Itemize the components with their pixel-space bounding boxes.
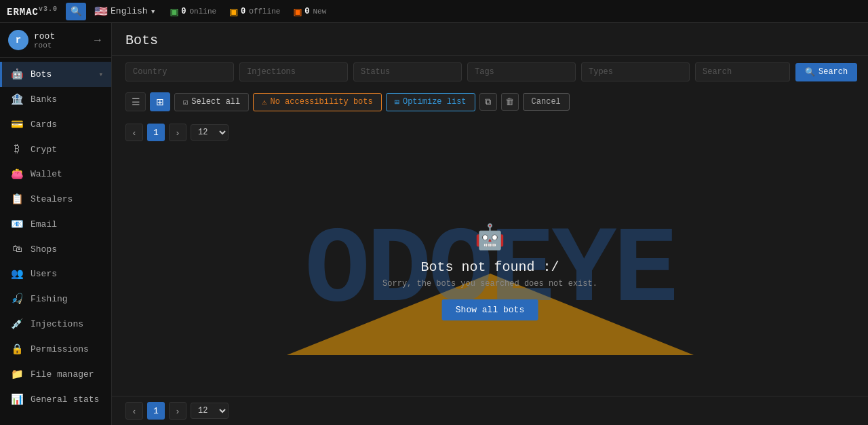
permissions-icon: 🔒 bbox=[10, 343, 24, 356]
sidebar-item-label: Stealers bbox=[31, 194, 103, 204]
new-count: 0 bbox=[304, 7, 309, 16]
sidebar-item-crypt[interactable]: ₿ Crypt bbox=[0, 137, 111, 162]
sidebar-item-stealers[interactable]: 📋 Stealers bbox=[0, 187, 111, 212]
next-page-button-bottom[interactable]: › bbox=[169, 402, 186, 420]
prev-page-button[interactable]: ‹ bbox=[125, 124, 143, 141]
injections-filter[interactable] bbox=[239, 62, 348, 81]
empty-subtitle: Sorry, the bots you searched does not ex… bbox=[382, 279, 597, 289]
banks-icon: 🏦 bbox=[10, 93, 24, 106]
sidebar-item-injections[interactable]: 💉 Injections bbox=[0, 312, 111, 337]
file-manager-icon: 📁 bbox=[10, 368, 24, 381]
general-stats-icon: 📊 bbox=[10, 393, 24, 406]
online-stat: ▣ 0 Online bbox=[170, 4, 216, 19]
chevron-icon: ▾ bbox=[98, 70, 103, 79]
shops-icon: 🛍 bbox=[10, 243, 24, 255]
language-selector[interactable]: 🇺🇸 English ▾ bbox=[94, 5, 155, 18]
current-page-bottom: 1 bbox=[147, 402, 165, 420]
sidebar-item-wallet[interactable]: 👛 Wallet bbox=[0, 162, 111, 187]
offline-label: Offline bbox=[249, 7, 280, 16]
sidebar-item-label: Wallet bbox=[31, 169, 103, 179]
topbar-search-button[interactable]: 🔍 bbox=[66, 3, 86, 20]
select-all-button[interactable]: ☑ Select all bbox=[174, 93, 249, 111]
search-button[interactable]: 🔍 Search bbox=[795, 63, 857, 81]
page-size-select[interactable]: 12 25 50 100 bbox=[191, 124, 229, 141]
sidebar-item-label: Crypt bbox=[31, 145, 103, 155]
empty-title: Bots not found :/ bbox=[382, 259, 597, 275]
country-filter[interactable] bbox=[125, 62, 234, 81]
sidebar: r root root → 🤖 Bots ▾ 🏦 Banks 💳 Cards bbox=[0, 23, 112, 425]
current-page: 1 bbox=[147, 124, 165, 141]
user-info: root root bbox=[34, 31, 87, 50]
sidebar-item-label: Users bbox=[31, 269, 103, 279]
sidebar-item-banks[interactable]: 🏦 Banks bbox=[0, 87, 111, 112]
empty-state: 🤖 Bots not found :/ Sorry, the bots you … bbox=[382, 223, 597, 320]
new-label: New bbox=[313, 7, 326, 16]
cancel-button[interactable]: Cancel bbox=[523, 93, 570, 111]
status-filter[interactable] bbox=[353, 62, 462, 81]
sidebar-item-label: Fishing bbox=[31, 294, 103, 304]
delete-button[interactable]: 🗑 bbox=[501, 93, 519, 111]
bots-icon: 🤖 bbox=[10, 68, 24, 81]
show-all-bots-button[interactable]: Show all bots bbox=[442, 299, 538, 320]
main-layout: r root root → 🤖 Bots ▾ 🏦 Banks 💳 Cards bbox=[0, 23, 868, 425]
sidebar-item-label: General stats bbox=[31, 394, 103, 405]
checkbox-icon: ☑ bbox=[183, 97, 188, 107]
user-name: root bbox=[34, 31, 87, 41]
search-icon: 🔍 bbox=[805, 67, 815, 77]
online-count: 0 bbox=[181, 7, 186, 16]
sidebar-item-fishing[interactable]: 🎣 Fishing bbox=[0, 287, 111, 312]
online-label: Online bbox=[190, 7, 217, 16]
sidebar-item-file-manager[interactable]: 📁 File manager bbox=[0, 362, 111, 387]
email-icon: 📧 bbox=[10, 218, 24, 231]
page-size-select-bottom[interactable]: 12 25 50 100 bbox=[191, 403, 229, 419]
content-area: ODOEYE 🤖 Bots not found :/ Sorry, the bo… bbox=[112, 147, 868, 396]
stealers-icon: 📋 bbox=[10, 193, 24, 206]
sidebar-item-label: Shops bbox=[31, 244, 103, 255]
new-stat: ▣ 0 New bbox=[294, 4, 326, 19]
no-accessibility-button[interactable]: ⚠ No accessibility bots bbox=[253, 93, 381, 111]
sidebar-item-users[interactable]: 👥 Users bbox=[0, 261, 111, 287]
warning-icon: ⚠ bbox=[262, 97, 267, 107]
offline-stat: ▣ 0 Offline bbox=[230, 4, 280, 19]
sidebar-item-label: File manager bbox=[31, 369, 103, 380]
grid-view-button[interactable]: ⊞ bbox=[150, 92, 170, 111]
list-view-button[interactable]: ☰ bbox=[125, 92, 146, 111]
chevron-down-icon: ▾ bbox=[151, 6, 156, 17]
search-input[interactable] bbox=[695, 62, 790, 81]
logout-button[interactable]: → bbox=[92, 34, 103, 46]
copy-button[interactable]: ⧉ bbox=[479, 93, 497, 111]
app-logo: ERMACv3.0 bbox=[7, 5, 58, 18]
next-page-button[interactable]: › bbox=[169, 124, 186, 141]
page-title: Bots bbox=[125, 33, 854, 48]
crypt-icon: ₿ bbox=[10, 143, 24, 155]
flag-icon: 🇺🇸 bbox=[94, 5, 108, 18]
sidebar-item-cards[interactable]: 💳 Cards bbox=[0, 112, 111, 137]
device-stats: ▣ 0 Online ▣ 0 Offline ▣ 0 New bbox=[170, 4, 326, 19]
language-label: English bbox=[111, 6, 148, 16]
sidebar-item-email[interactable]: 📧 Email bbox=[0, 212, 111, 237]
user-role: root bbox=[34, 41, 87, 50]
new-icon: ▣ bbox=[294, 4, 301, 19]
sidebar-item-label: Permissions bbox=[31, 344, 103, 354]
sidebar-item-shops[interactable]: 🛍 Shops bbox=[0, 237, 111, 261]
sidebar-item-label: Email bbox=[31, 219, 103, 229]
injections-icon: 💉 bbox=[10, 318, 24, 331]
sidebar-item-label: Cards bbox=[31, 119, 103, 130]
cards-icon: 💳 bbox=[10, 118, 24, 131]
sidebar-item-bots[interactable]: 🤖 Bots ▾ bbox=[0, 62, 111, 87]
offline-icon: ▣ bbox=[230, 4, 237, 19]
sidebar-item-label: Bots bbox=[31, 69, 92, 79]
online-icon: ▣ bbox=[170, 4, 178, 19]
optimize-list-button[interactable]: ⊞ Optimize list bbox=[386, 93, 475, 111]
topbar: ERMACv3.0 🔍 🇺🇸 English ▾ ▣ 0 Online ▣ 0 … bbox=[0, 0, 868, 23]
robot-icon: 🤖 bbox=[382, 223, 597, 253]
wallet-icon: 👛 bbox=[10, 168, 24, 181]
sidebar-item-label: Banks bbox=[31, 94, 103, 105]
tags-filter[interactable] bbox=[467, 62, 576, 81]
users-icon: 👥 bbox=[10, 267, 24, 280]
types-filter[interactable] bbox=[581, 62, 690, 81]
sidebar-item-general-stats[interactable]: 📊 General stats bbox=[0, 387, 111, 412]
actions-row: ☰ ⊞ ☑ Select all ⚠ No accessibility bots… bbox=[112, 88, 868, 118]
sidebar-item-permissions[interactable]: 🔒 Permissions bbox=[0, 337, 111, 362]
prev-page-button-bottom[interactable]: ‹ bbox=[125, 402, 143, 420]
